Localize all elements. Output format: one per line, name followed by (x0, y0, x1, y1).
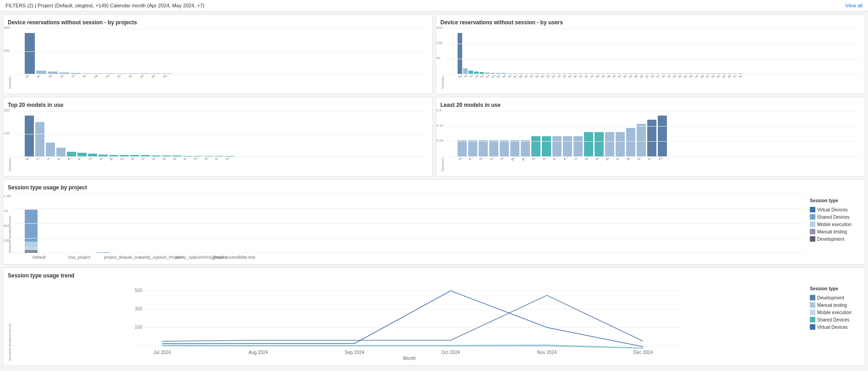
bar-12 (584, 132, 593, 157)
bar-21 (573, 73, 578, 74)
bar-27 (606, 73, 611, 74)
bar-10 (563, 136, 572, 157)
legend6-label-dev: Development (817, 295, 844, 300)
bar-9 (552, 136, 562, 157)
bar-33 (639, 73, 644, 74)
svg-text:Aug 2024: Aug 2024 (249, 350, 268, 355)
bar-15 (183, 156, 192, 157)
panel-reservations-by-projects: Device reservations without session - by… (3, 14, 433, 94)
bar-44 (699, 73, 704, 74)
bar-10 (139, 73, 149, 74)
view-all-link[interactable]: View all (845, 3, 863, 8)
bar-24 (590, 73, 594, 74)
bar-6 (88, 154, 97, 157)
x-label-ujjawal: ujjawal-accessibility-test (211, 255, 224, 260)
bar-5 (510, 140, 519, 157)
bar-45 (705, 73, 710, 74)
bar-5 (82, 73, 92, 74)
bar-2 (48, 72, 58, 74)
x-label-sanity1: sanity_Appium_Project (140, 255, 153, 260)
bar-17 (204, 156, 213, 157)
bar-30 (622, 73, 627, 74)
bar-14 (605, 132, 614, 157)
legend6-virtual: Virtual Devices (810, 324, 860, 330)
bar-13 (529, 73, 534, 74)
panel6-bottom-label: Month (14, 356, 805, 361)
bar-1 (36, 71, 46, 74)
bar-48 (721, 73, 726, 74)
bar-37 (661, 73, 666, 74)
bar-8 (502, 73, 506, 74)
bar-12 (524, 73, 528, 74)
bar-5 (77, 153, 87, 157)
bar-13 (595, 132, 604, 157)
panel6-legend: Session type Development Manual testing … (805, 286, 860, 361)
bar-19 (562, 73, 567, 74)
bar-26 (601, 73, 605, 74)
legend-color-dev (810, 236, 815, 242)
legend-label-mobile: Mobile execution (817, 222, 852, 227)
bar-28 (611, 73, 616, 74)
bar-19 (658, 116, 667, 157)
bar-34 (644, 73, 649, 74)
bar-19 (225, 156, 234, 157)
bar-4 (71, 73, 81, 74)
bar-16 (193, 156, 202, 157)
legend-color-virtual (810, 207, 815, 212)
bar-47 (716, 73, 721, 74)
bar-13 (162, 155, 171, 157)
bar-35 (650, 73, 655, 74)
bar-29 (617, 73, 622, 74)
panel4-y-label: Session... (441, 111, 445, 172)
bar-4 (67, 152, 76, 157)
trend-line-mobile (162, 346, 643, 349)
panel-session-by-project: Session type usage by project Session du… (3, 179, 865, 265)
filters-label: FILTERS (2) | Project (Default, olegtest… (5, 3, 204, 8)
svg-text:500: 500 (135, 288, 142, 293)
bar-12 (151, 155, 160, 157)
bar-40 (677, 73, 682, 74)
bar-3 (489, 140, 498, 157)
legend6-color-virtual (810, 324, 815, 330)
bar-31 (628, 73, 633, 74)
legend6-label-mobile: Mobile execution (817, 310, 852, 315)
panel3-y-label: Session... (8, 111, 12, 172)
bar-1 (35, 122, 44, 157)
bar-7 (531, 136, 540, 157)
bar-8 (542, 136, 551, 157)
bar-3 (474, 72, 479, 74)
legend6-label-manual: Manual testing (817, 303, 847, 308)
bar-10 (130, 155, 139, 157)
bar-11 (573, 136, 583, 157)
panel3-title: Top 20 models in use (8, 102, 428, 108)
bar-4 (500, 140, 509, 157)
legend-shared-devices: Shared Devices (810, 214, 860, 220)
svg-text:100: 100 (135, 325, 142, 330)
bar-43 (694, 73, 699, 74)
trend-chart-svg: 500 300 100 (14, 282, 805, 355)
legend6-development: Development (810, 295, 860, 300)
bar-9 (507, 73, 512, 74)
legend-mobile-execution: Mobile execution (810, 221, 860, 227)
x-label-oss: Oss_project (68, 255, 81, 260)
bar-14 (535, 73, 539, 74)
svg-text:Dec 2024: Dec 2024 (633, 350, 653, 355)
bar-32 (633, 73, 638, 74)
bar-0 (458, 33, 462, 74)
bar-11 (141, 155, 150, 157)
x-label-default: Default (33, 255, 45, 260)
panel1-y-label: Schedu... (8, 28, 12, 89)
bar-7 (98, 155, 108, 157)
bar-7 (496, 73, 501, 74)
svg-text:Oct 2024: Oct 2024 (442, 350, 460, 355)
legend-development: Development (810, 236, 860, 242)
legend-color-manual (810, 229, 815, 234)
svg-text:300: 300 (135, 306, 142, 311)
bar-6 (93, 73, 104, 74)
bar-4 (480, 72, 484, 74)
bar-42 (688, 73, 693, 74)
bar-36 (655, 73, 660, 74)
top-bar: FILTERS (2) | Project (Default, olegtest… (0, 0, 868, 11)
bar-3 (59, 72, 69, 74)
bar-38 (666, 73, 671, 74)
